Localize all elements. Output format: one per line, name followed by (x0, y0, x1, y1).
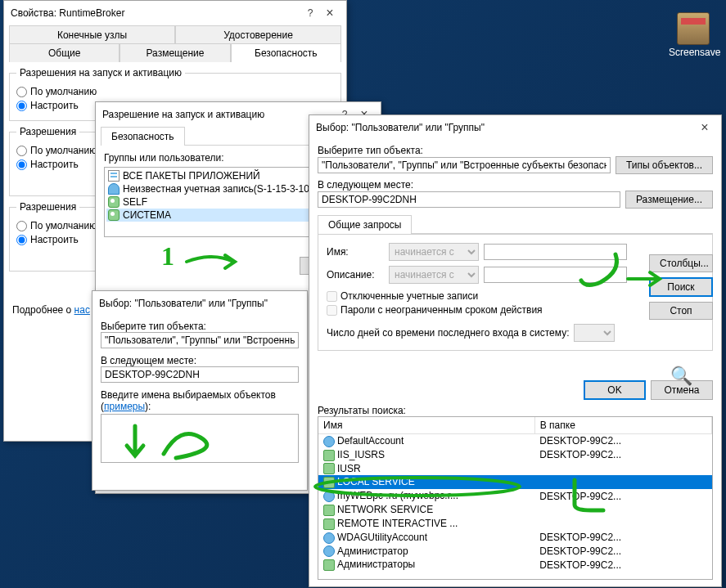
launch-perm-title: Разрешение на запуск и активацию (102, 109, 335, 120)
tab-general[interactable]: Общие (9, 43, 119, 62)
location-label: В следующем месте: (101, 355, 299, 366)
group-icon (323, 505, 335, 516)
names-label: Введите имена выбираемых объектов (101, 389, 276, 401)
location-button[interactable]: Размещение... (625, 191, 713, 209)
group-icon (323, 559, 335, 571)
select-large-title: Выбор: "Пользователи" или "Группы" (316, 122, 695, 133)
col-name[interactable]: Имя (318, 417, 534, 434)
desc-filter-mode[interactable]: начинается с (389, 266, 479, 284)
group-icon (323, 450, 335, 461)
location-field[interactable] (318, 191, 620, 208)
object-types-button[interactable]: Типы объектов... (616, 156, 713, 174)
results-label: Результаты поиска: (318, 405, 713, 416)
group-icon (108, 196, 119, 208)
user-icon (323, 491, 335, 502)
more-link[interactable]: нас (74, 304, 90, 316)
chk-disabled-accounts[interactable]: Отключенные учетные записи (327, 290, 704, 302)
days-since-login-select[interactable] (574, 324, 615, 342)
desc-filter-label: Описание: (327, 269, 384, 281)
object-type-field[interactable] (101, 332, 299, 348)
group-icon (323, 463, 335, 474)
name-filter-input[interactable] (484, 244, 627, 260)
location-field[interactable] (101, 366, 299, 383)
desktop-icon-screensaver[interactable]: Screensave (669, 12, 718, 58)
object-type-label: Выберите тип объекта: (101, 321, 299, 332)
object-type-label: Выберите тип объекта: (318, 145, 713, 156)
user-icon (323, 436, 335, 447)
radio-default-launch[interactable]: По умолчанию (16, 86, 334, 97)
package-icon (108, 170, 119, 182)
result-row[interactable]: WDAGUtilityAccountDESKTOP-99C2... (318, 531, 712, 545)
close-button[interactable]: × (320, 3, 340, 23)
window-select-large: Выбор: "Пользователи" или "Группы" × Выб… (309, 114, 722, 587)
tab-identity[interactable]: Удостоверение (175, 25, 341, 44)
group-icon (323, 518, 335, 530)
columns-button[interactable]: Столбцы... (649, 254, 713, 272)
desktop-icon-label: Screensave (669, 47, 718, 58)
result-row[interactable]: АдминистраторDESKTOP-99C2... (318, 545, 712, 559)
tab-endpoints[interactable]: Конечные узлы (9, 25, 175, 44)
help-button[interactable]: ? (300, 3, 320, 23)
name-filter-mode[interactable]: начинается с (389, 243, 479, 261)
group-launch-legend: Разрешения на запуск и активацию (16, 67, 185, 79)
select-title: Выбор: "Пользователи" или "Группы" (99, 298, 300, 309)
chk-nonexpiring-pwd[interactable]: Пароли с неограниченным сроком действия (327, 304, 704, 316)
result-row[interactable]: IIS_IUSRSDESKTOP-99C2... (318, 448, 712, 462)
object-type-field[interactable] (318, 157, 611, 173)
close-button[interactable]: × (695, 118, 715, 137)
stop-button[interactable]: Стоп (649, 302, 713, 320)
result-row[interactable]: REMOTE INTERACTIVE ... (318, 517, 712, 531)
ok-button[interactable]: OK (584, 380, 646, 400)
search-icon: 🔍 (670, 366, 692, 387)
location-label: В следующем месте: (318, 179, 713, 191)
names-input[interactable] (101, 414, 299, 463)
result-row[interactable]: LOCAL SERVICE (318, 475, 712, 489)
desc-filter-input[interactable] (484, 267, 627, 283)
winrar-icon (677, 12, 710, 45)
col-folder[interactable]: В папке (534, 417, 711, 434)
results-listbox[interactable]: Имя В папке DefaultAccountDESKTOP-99C2..… (318, 416, 713, 580)
result-row[interactable]: myWEBpc .ru (mywebpc.r...DESKTOP-99C2... (318, 489, 712, 503)
window-select-small: Выбор: "Пользователи" или "Группы" Выбер… (92, 290, 308, 491)
result-row[interactable]: IUSR (318, 462, 712, 476)
tab-security[interactable]: Безопасность (231, 43, 341, 62)
find-button[interactable]: Поиск (649, 277, 713, 297)
result-row[interactable]: NETWORK SERVICE (318, 503, 712, 517)
examples-link[interactable]: примеры (104, 401, 145, 412)
user-icon (108, 183, 119, 195)
group-icon (108, 209, 119, 221)
result-row[interactable]: DefaultAccountDESKTOP-99C2... (318, 434, 712, 448)
properties-title: Свойства: RuntimeBroker (11, 7, 300, 19)
group-icon (323, 477, 335, 488)
user-icon (323, 545, 335, 557)
days-since-login-label: Число дней со времени последнего входа в… (327, 327, 569, 339)
user-icon (323, 532, 335, 544)
tab-common-queries[interactable]: Общие запросы (318, 215, 412, 234)
tab-location[interactable]: Размещение (119, 43, 230, 62)
tab-security[interactable]: Безопасность (101, 127, 185, 146)
name-filter-label: Имя: (327, 246, 384, 258)
result-row[interactable]: АдминистраторыDESKTOP-99C2... (318, 558, 712, 572)
